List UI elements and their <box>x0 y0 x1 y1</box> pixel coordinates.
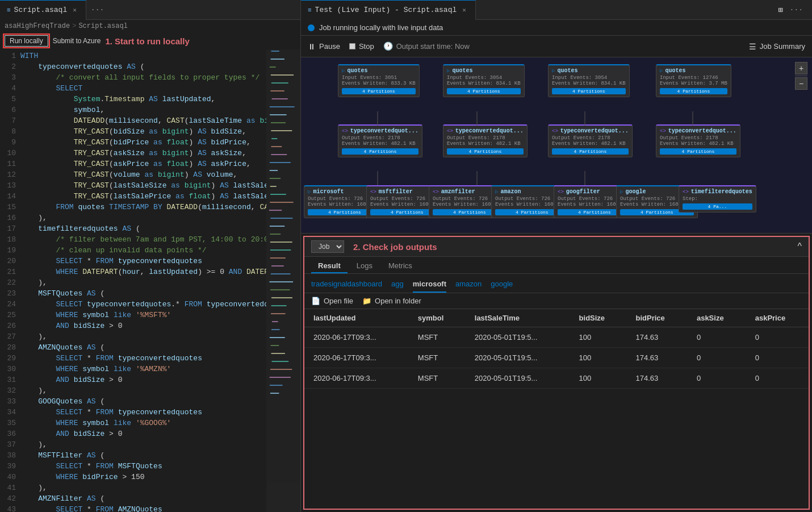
split-editor-btn[interactable]: ⊞ <box>778 5 782 15</box>
code-line-30: WHERE symbol like '%AMZN%' <box>20 364 266 374</box>
code-line-4: SELECT <box>20 83 266 94</box>
right-tab-overflow[interactable]: ··· <box>785 6 807 14</box>
code-line-10: TRY_CAST(askSize as bigint) AS askSize, <box>20 148 266 159</box>
tab-result[interactable]: Result <box>311 259 348 273</box>
cell-asksize-3: 0 <box>688 368 746 389</box>
cell-asksize-2: 0 <box>688 348 746 368</box>
node-quotes-4[interactable]: ▷ quotes Input Events: 12746 Events Writ… <box>656 64 731 97</box>
output-area: Job 2. Check job outputs ^ Result Logs M… <box>303 236 810 510</box>
cell-bidsize-3: 100 <box>570 368 627 389</box>
job-summary-label: Job Summary <box>760 42 805 51</box>
tab-logs[interactable]: Logs <box>350 259 379 273</box>
code-line-41: ), <box>20 482 266 493</box>
output-tabs: Result Logs Metrics <box>304 257 809 274</box>
open-folder-label: Open in folder <box>375 297 421 305</box>
code-line-38: MSFTFilter AS ( <box>20 450 266 461</box>
node-quotes-3[interactable]: ▷ quotes Input Events: 3054 Events Writt… <box>548 64 630 97</box>
tab-close-test[interactable]: ✕ <box>460 5 468 15</box>
zoom-in-button[interactable]: + <box>795 62 807 74</box>
subtab-agg[interactable]: agg <box>391 277 404 293</box>
code-line-42: AMZNFilter AS ( <box>20 493 266 504</box>
editor-toolbar: Run locally Submit to Azure 1. Start to … <box>0 32 300 49</box>
cell-symbol-2: MSFT <box>409 348 466 368</box>
right-panel: Job running locally with live input data… <box>301 20 812 512</box>
code-line-35: WHERE symbol like '%GOOG%' <box>20 418 266 428</box>
job-summary-button[interactable]: ☰ Job Summary <box>749 42 805 51</box>
subtab-microsoft[interactable]: microsoft <box>413 277 446 293</box>
tab-script-asaql[interactable]: ≡ Script.asaql ✕ <box>0 0 86 20</box>
cell-bidprice-2: 174.63 <box>627 348 688 368</box>
status-text: Job running locally with live input data <box>319 23 443 32</box>
collapse-button[interactable]: ^ <box>797 242 802 252</box>
tab-metrics[interactable]: Metrics <box>382 259 419 273</box>
file-icon: 📄 <box>311 297 320 305</box>
code-line-15: FROM quotes TIMESTAMP BY DATEADD(millise… <box>20 202 266 213</box>
code-line-24: SELECT typeconvertedquotes.* FROM typeco… <box>20 299 266 310</box>
pause-button[interactable]: ⏸ Pause <box>308 42 340 51</box>
cell-bidprice-1: 174.63 <box>627 327 688 348</box>
node-typeconv-1[interactable]: <> typeconvertedquot... Output Events: 2… <box>338 124 422 157</box>
output-header-left: Job 2. Check job outputs <box>311 240 437 253</box>
step1-label: 1. Start to run locally <box>105 36 189 46</box>
code-line-23: MSFTQuotes AS ( <box>20 288 266 299</box>
job-selector[interactable]: Job <box>311 240 344 253</box>
left-tab-overflow[interactable]: ··· <box>86 6 108 14</box>
code-editor[interactable]: 12345 678910 1112131415 1617181920 21222… <box>0 49 300 512</box>
minimap <box>266 49 300 512</box>
submit-azure-button[interactable]: Submit to Azure <box>53 37 101 45</box>
subtab-tradesignal[interactable]: tradesignaldashboard <box>311 277 382 293</box>
script-icon: ≡ <box>7 7 11 14</box>
open-folder-button[interactable]: 📁 Open in folder <box>362 297 421 305</box>
col-lastupdated: lastUpdated <box>304 309 409 327</box>
breadcrumb-item-0[interactable]: asaHighFreqTrade <box>5 22 70 30</box>
results-table: lastUpdated symbol lastSaleTime bidSize … <box>304 309 809 389</box>
code-line-11: TRY_CAST(askPrice as float) AS askPrice, <box>20 159 266 169</box>
open-file-button[interactable]: 📄 Open file <box>311 297 353 305</box>
col-bidprice: bidPrice <box>627 309 688 327</box>
table-row: 2020-06-17T09:3... MSFT 2020-05-01T19:5.… <box>304 368 809 389</box>
code-line-1: WITH <box>20 51 266 61</box>
diagram-area[interactable]: ▷ quotes Input Events: 3051 Events Writt… <box>301 57 812 234</box>
output-icon-google: ▷ <box>620 189 623 195</box>
code-line-37: ), <box>20 439 266 450</box>
run-locally-button[interactable]: Run locally <box>5 35 48 47</box>
breadcrumb-item-1[interactable]: Script.asaql <box>78 22 127 30</box>
breadcrumb: asaHighFreqTrade > Script.asaql <box>0 20 300 32</box>
code-line-40: WHERE bidPrice > 150 <box>20 472 266 482</box>
tab-test-live-input[interactable]: ≡ Test (Live Input) - Script.asaql ✕ <box>301 0 476 20</box>
cell-bidsize-2: 100 <box>570 348 627 368</box>
status-bar: Job running locally with live input data <box>301 20 812 36</box>
node-quotes-2[interactable]: ▷ quotes Input Events: 3054 Events Writt… <box>443 64 525 97</box>
zoom-out-button[interactable]: − <box>795 77 807 90</box>
output-actions: 📄 Open file 📁 Open in folder <box>304 293 809 309</box>
output-table[interactable]: lastUpdated symbol lastSaleTime bidSize … <box>304 309 809 509</box>
table-row: 2020-06-17T09:3... MSFT 2020-05-01T19:5.… <box>304 348 809 368</box>
code-line-27: ), <box>20 331 266 342</box>
code-line-5: System.Timestamp AS lastUpdated, <box>20 94 266 105</box>
table-header-row: lastUpdated symbol lastSaleTime bidSize … <box>304 309 809 327</box>
table-row: 2020-06-17T09:3... MSFT 2020-05-01T19:5.… <box>304 327 809 348</box>
stop-label: Stop <box>359 42 374 51</box>
subtab-amazon[interactable]: amazon <box>455 277 482 293</box>
process-icon-timefiltered: <> <box>683 189 689 195</box>
node-typeconv-2[interactable]: <> typeconvertedquot... Output Events: 2… <box>443 124 528 157</box>
code-line-20: SELECT * FROM typeconvertedquotes <box>20 256 266 267</box>
cell-lastsaletime-1: 2020-05-01T19:5... <box>466 327 570 348</box>
code-line-32: ), <box>20 385 266 396</box>
controls-left: ⏸ Pause Stop 🕐 Output start time: Now <box>308 41 470 51</box>
subtab-google[interactable]: google <box>491 277 513 293</box>
list-icon: ☰ <box>749 42 756 51</box>
cell-lastupdated-2: 2020-06-17T09:3... <box>304 348 409 368</box>
code-line-7: DATEADD(millisecond, CAST(lastSaleTime a… <box>20 115 266 126</box>
node-timefilteredquotes[interactable]: <> timefilteredquotes Step: 4 Pa... <box>679 185 756 213</box>
tab-close-script[interactable]: ✕ <box>70 5 79 15</box>
zoom-controls: + − <box>795 62 807 90</box>
folder-icon: 📁 <box>362 297 371 305</box>
code-content[interactable]: WITH typeconvertedquotes AS ( /* convert… <box>20 49 266 512</box>
node-typeconv-4[interactable]: <> typeconvertedquot... Output Events: 2… <box>656 124 740 157</box>
input-icon: ▷ <box>342 68 345 74</box>
node-quotes-1[interactable]: ▷ quotes Input Events: 3051 Events Writt… <box>338 64 420 97</box>
stop-button[interactable]: Stop <box>349 42 374 51</box>
code-line-28: AMZNQuotes AS ( <box>20 342 266 353</box>
node-typeconv-3[interactable]: <> typeconvertedquot... Output Events: 2… <box>548 124 633 157</box>
